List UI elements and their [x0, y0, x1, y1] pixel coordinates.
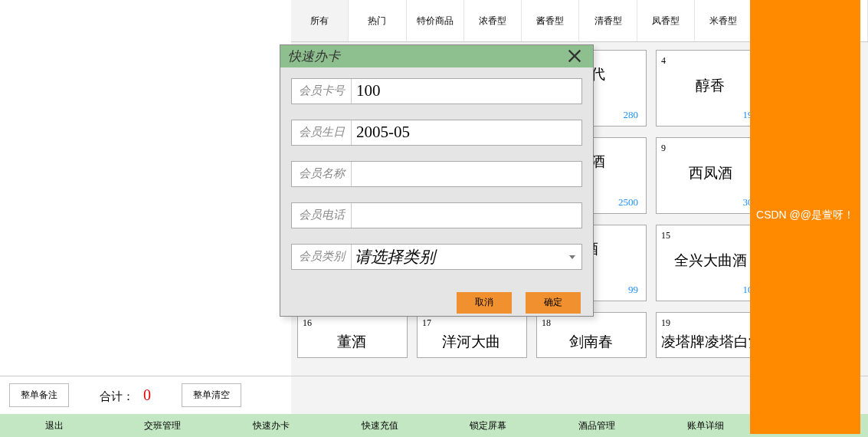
tab-6[interactable]: 凤香型 — [637, 0, 695, 41]
member-name-input[interactable] — [352, 162, 581, 186]
summary-bar: 整单备注 合计： 0 整单清空 — [0, 376, 868, 414]
tab-4[interactable]: 酱香型 — [522, 0, 579, 41]
card-number: 15 — [661, 230, 759, 242]
cancel-button[interactable]: 取消 — [457, 292, 512, 314]
card-name: 全兴大曲酒 — [661, 251, 759, 271]
card-name: 凌塔牌凌塔白酒 — [661, 332, 759, 352]
tab-5[interactable]: 清香型 — [579, 0, 637, 41]
tab-3[interactable]: 浓香型 — [464, 0, 522, 41]
tab-2[interactable]: 特价商品 — [407, 0, 464, 41]
card-number: 17 — [422, 317, 520, 329]
order-clear-button[interactable]: 整单清空 — [182, 383, 241, 407]
card-number: 4 — [661, 55, 759, 67]
type-label: 会员类别 — [292, 245, 352, 269]
bottom-nav-item[interactable]: 酒品管理 — [542, 414, 651, 437]
type-select[interactable]: 请选择类别 — [352, 245, 581, 269]
card-no-label: 会员卡号 — [292, 79, 352, 104]
card-number: 9 — [661, 143, 759, 154]
product-card[interactable]: 17洋河大曲 — [417, 312, 527, 358]
card-number: 18 — [542, 317, 640, 329]
card-price: 2500 — [618, 196, 638, 209]
card-name: 洋河大曲 — [422, 332, 520, 352]
card-name: 醇香 — [661, 76, 759, 96]
confirm-button[interactable]: 确定 — [526, 292, 581, 314]
tab-7[interactable]: 米香型 — [695, 0, 752, 41]
member-name-label: 会员名称 — [292, 162, 352, 186]
tab-0[interactable]: 所有 — [291, 0, 349, 41]
bottom-nav: 退出交班管理快速办卡快速充值锁定屏幕酒品管理账单详细修改密码 — [0, 414, 868, 437]
watermark: CSDN @@是萱呀！ — [750, 0, 860, 434]
total-value: 0 — [143, 386, 151, 403]
birth-input[interactable] — [352, 120, 581, 145]
tab-1[interactable]: 热门 — [349, 0, 406, 41]
birth-label: 会员生日 — [292, 120, 352, 145]
product-card[interactable]: 18剑南春 — [536, 312, 647, 358]
left-blank — [0, 0, 291, 42]
bottom-nav-item[interactable]: 快速办卡 — [217, 414, 326, 437]
card-number: 19 — [661, 317, 759, 329]
bottom-nav-item[interactable]: 快速充值 — [326, 414, 434, 437]
phone-label: 会员电话 — [292, 203, 352, 228]
total-label: 合计： — [100, 390, 134, 402]
quick-card-dialog: 快速办卡 会员卡号 会员生日 会员名称 会员电话 会员类别 请选择类别 — [280, 44, 594, 317]
phone-input[interactable] — [352, 203, 581, 228]
card-no-input[interactable] — [352, 79, 581, 104]
bottom-nav-item[interactable]: 交班管理 — [109, 414, 218, 437]
order-remark-button[interactable]: 整单备注 — [9, 383, 69, 407]
product-card[interactable]: 16董酒 — [297, 312, 408, 358]
card-number: 16 — [303, 317, 401, 329]
card-name: 西凤酒 — [661, 163, 759, 183]
card-price: 99 — [628, 284, 638, 296]
card-name: 董酒 — [303, 332, 401, 352]
card-name: 剑南春 — [542, 332, 640, 352]
close-icon[interactable] — [564, 45, 585, 67]
bottom-nav-item[interactable]: 锁定屏幕 — [434, 414, 543, 437]
dialog-title: 快速办卡 — [288, 48, 340, 65]
bottom-nav-item[interactable]: 退出 — [0, 414, 109, 437]
bottom-nav-item[interactable]: 账单详细 — [651, 414, 760, 437]
order-panel — [0, 42, 291, 376]
card-price: 280 — [624, 109, 639, 121]
total-wrapper: 合计： 0 — [100, 386, 151, 404]
dialog-header: 快速办卡 — [280, 45, 593, 67]
